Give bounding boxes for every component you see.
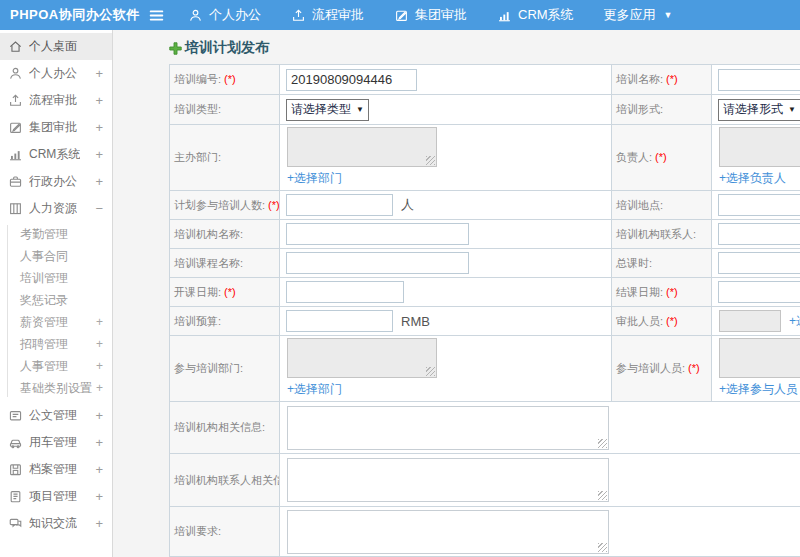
field-cell [280,65,612,95]
chart-icon [8,147,23,162]
sidebar-item-home[interactable]: 个人桌面 [0,33,112,60]
approver-area[interactable] [719,310,781,332]
training-form-select[interactable]: 请选择形式▼ [718,99,800,121]
top-menu-item-edit[interactable]: 集团审批 [394,6,467,24]
sidebar-subitem[interactable]: 招聘管理+ [0,333,112,355]
select-link[interactable]: +选择审批人员 [789,313,800,330]
sidebar-item-chat[interactable]: 知识交流+ [0,510,112,537]
sidebar-subitem[interactable]: 薪资管理+ [0,311,112,333]
training-requirements-textarea[interactable] [287,510,609,554]
training-type-select[interactable]: 请选择类型▼ [286,99,369,121]
expand-plus-icon[interactable]: + [95,66,103,81]
sidebar-item-label: 流程审批 [29,92,77,109]
top-menu-item-upload[interactable]: 流程审批 [291,6,364,24]
sidebar-item-upload[interactable]: 流程审批+ [0,87,112,114]
select-link[interactable]: +选择负责人 [719,170,800,187]
sidebar-item-label: CRM系统 [29,146,80,163]
sidebar-item-briefcase[interactable]: 行政办公+ [0,168,112,195]
sidebar-subitem[interactable]: 人事管理+ [0,355,112,377]
select-link[interactable]: +选择部门 [287,381,607,398]
hamburger-menu-icon[interactable] [148,6,166,24]
home-icon [8,39,23,54]
total-hours-input[interactable] [718,252,800,274]
expand-plus-icon[interactable]: + [95,435,103,450]
sidebar-item-doc[interactable]: 公文管理+ [0,402,112,429]
expand-plus-icon[interactable]: + [96,337,103,351]
top-menu-item-caret[interactable]: 更多应用▼ [604,6,673,24]
org-contact-info-textarea[interactable] [287,458,609,502]
expand-plus-icon[interactable]: + [95,120,103,135]
field-label-text: 培训类型: [174,103,221,115]
field-label: 培训地点: [612,191,712,220]
expand-plus-icon[interactable]: + [95,516,103,531]
field-label: 培训机构相关信息: [170,402,280,454]
field-wrap [716,127,800,167]
expand-plus-icon[interactable]: + [96,315,103,329]
sidebar-subitem-label: 人事管理 [20,358,68,375]
sidebar-item-chart[interactable]: CRM系统+ [0,141,112,168]
sidebar-item-hr[interactable]: 人力资源− [0,195,112,222]
select-link[interactable]: +选择参与人员 [719,381,800,398]
responsible-person-area[interactable] [719,127,800,167]
top-menu-item-user[interactable]: 个人办公 [188,6,261,24]
end-date-input[interactable] [718,281,800,303]
top-edit-icon [394,8,409,23]
expand-plus-icon[interactable]: + [96,359,103,373]
sidebar-subitem[interactable]: 考勤管理 [0,223,112,245]
field-label: 培训形式: [612,95,712,125]
training-name-input[interactable] [718,69,800,91]
sidebar-item-user[interactable]: 个人办公+ [0,60,112,87]
training-number-input[interactable] [286,69,417,91]
collapse-minus-icon[interactable]: − [95,201,103,216]
top-menu-label: 个人办公 [209,6,261,24]
expand-plus-icon[interactable]: + [95,93,103,108]
field-label: 计划参与培训人数:(*) [170,191,280,220]
sidebar-item-project[interactable]: 项目管理+ [0,483,112,510]
org-info-textarea[interactable] [287,406,609,450]
sidebar-item-edit[interactable]: 集团审批+ [0,114,112,141]
field-cell: +选择审批人员 [712,307,800,336]
field-wrap: 请选择形式▼ [716,99,800,121]
top-menu-item-chart[interactable]: CRM系统 [497,6,574,24]
sidebar-item-label: 集团审批 [29,119,77,136]
expand-plus-icon[interactable]: + [96,381,103,395]
start-date-input[interactable] [286,281,404,303]
course-name-input[interactable] [286,252,469,274]
field-cell: RMB [280,307,612,336]
field-cell [280,278,612,307]
expand-plus-icon[interactable]: + [95,408,103,423]
resize-handle-icon [598,439,607,448]
field-cell [712,220,800,249]
sidebar-subitem-label: 培训管理 [20,270,68,287]
training-location-input[interactable] [718,194,800,216]
expand-plus-icon[interactable]: + [95,489,103,504]
expand-plus-icon[interactable]: + [95,147,103,162]
required-marker: (*) [666,315,678,327]
field-label: 结课日期:(*) [612,278,712,307]
participants-area[interactable] [719,338,800,378]
edit-icon [8,120,23,135]
field-label-text: 计划参与培训人数: [174,199,265,211]
training-org-name-input[interactable] [286,223,469,245]
sidebar-subitem-label: 人事合同 [20,248,68,265]
sidebar-subitem[interactable]: 培训管理 [0,267,112,289]
required-marker: (*) [666,73,678,85]
planned-participants-input[interactable] [286,194,393,216]
sidebar-subitem[interactable]: 奖惩记录 [0,289,112,311]
sidebar-item-car[interactable]: 用车管理+ [0,429,112,456]
sidebar-subitem[interactable]: 人事合同 [0,245,112,267]
select-link[interactable]: +选择部门 [287,170,607,187]
car-icon [8,435,23,450]
host-department-area[interactable] [287,127,437,167]
participating-departments-area[interactable] [287,338,437,378]
field-label-text: 培训机构相关信息: [174,421,265,433]
sidebar-subitem-label: 基础类别设置 [20,380,92,397]
budget-input[interactable] [286,310,393,332]
sidebar-subitem[interactable]: 基础类别设置+ [0,377,112,399]
sidebar-item-archive[interactable]: 档案管理+ [0,456,112,483]
field-cell [280,249,612,278]
training-org-contact-input[interactable] [718,223,800,245]
topbar: PHPOA协同办公软件 个人办公流程审批集团审批CRM系统更多应用▼ [0,0,800,30]
expand-plus-icon[interactable]: + [95,174,103,189]
expand-plus-icon[interactable]: + [95,462,103,477]
